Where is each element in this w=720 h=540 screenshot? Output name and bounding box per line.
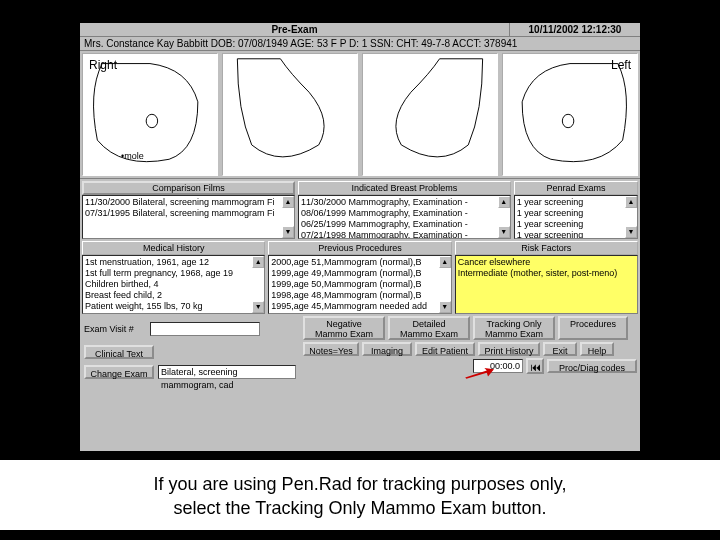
- comparison-films-list[interactable]: 11/30/2000 Bilateral, screening mammogra…: [82, 195, 295, 239]
- mole-annotation: •mole: [121, 151, 144, 161]
- scroll-up-icon[interactable]: ▲: [439, 256, 451, 268]
- window-datetime: 10/11/2002 12:12:30: [510, 23, 640, 36]
- action-area: Exam Visit # Clinical Text Change Exam B…: [80, 314, 640, 384]
- scroll-down-icon[interactable]: ▼: [625, 226, 637, 238]
- list-item: 1995,age 45,Mammogram needed add: [271, 301, 448, 312]
- scroll-up-icon[interactable]: ▲: [282, 196, 294, 208]
- svg-point-0: [146, 114, 157, 127]
- list-item: Breast feed child, 2: [85, 290, 262, 301]
- left-fields: Exam Visit # Clinical Text Change Exam B…: [80, 314, 300, 384]
- list-item: 07/31/1995 Bilateral, screening mammogra…: [85, 208, 292, 219]
- list-item: Children birthed, 4: [85, 279, 262, 290]
- window-title: Pre-Exam: [80, 23, 510, 36]
- list-item: 07/21/1998 Mammography, Examination -: [301, 230, 508, 239]
- exam-visit-label: Exam Visit #: [84, 324, 146, 334]
- caption-line-2: select the Tracking Only Mammo Exam butt…: [0, 496, 720, 520]
- list-item: 1 year screening: [517, 230, 635, 239]
- penrad-exams-list[interactable]: 1 year screening 1 year screening 1 year…: [514, 195, 638, 239]
- svg-point-1: [562, 114, 573, 127]
- scroll-up-icon[interactable]: ▲: [625, 196, 637, 208]
- right-breast-cc[interactable]: Right •mole: [82, 53, 218, 176]
- change-exam-value[interactable]: Bilateral, screening mammogram, cad: [158, 365, 296, 379]
- previous-procedures-list[interactable]: 2000,age 51,Mammogram (normal),B 1999,ag…: [268, 255, 451, 314]
- scroll-down-icon[interactable]: ▼: [252, 301, 264, 313]
- print-history-button[interactable]: Print History: [478, 342, 540, 356]
- breast-diagram-panel: Right •mole Left: [80, 51, 640, 179]
- risk-factors-list[interactable]: Cancer elsewhere Intermediate (mother, s…: [455, 255, 638, 314]
- tracking-only-mammo-button[interactable]: Tracking Only Mammo Exam: [473, 316, 555, 340]
- notes-button[interactable]: Notes=Yes: [303, 342, 359, 356]
- penrad-exams-header[interactable]: Penrad Exams: [514, 181, 638, 195]
- left-breast-mlo[interactable]: [362, 53, 498, 176]
- list-item: 2000,age 51,Mammogram (normal),B: [271, 257, 448, 268]
- change-exam-button[interactable]: Change Exam: [84, 365, 154, 379]
- clinical-text-button[interactable]: Clinical Text: [84, 345, 154, 359]
- list-item: 1 year screening: [517, 197, 635, 208]
- comparison-films-header[interactable]: Comparison Films: [82, 181, 295, 195]
- breast-outline-icon: [83, 54, 217, 173]
- breast-outline-icon: [223, 54, 357, 173]
- list-item: 11/30/2000 Bilateral, screening mammogra…: [85, 197, 292, 208]
- scroll-down-icon[interactable]: ▼: [498, 226, 510, 238]
- list-item: 1 year screening: [517, 208, 635, 219]
- exit-button[interactable]: Exit: [543, 342, 577, 356]
- scroll-down-icon[interactable]: ▼: [439, 301, 451, 313]
- rewind-button[interactable]: ⏮: [526, 358, 544, 374]
- right-buttons: Negative Mammo Exam Detailed Mammo Exam …: [300, 314, 640, 384]
- medical-history-list[interactable]: 1st menstruation, 1961, age 12 1st full …: [82, 255, 265, 314]
- history-row-1: Comparison Films 11/30/2000 Bilateral, s…: [80, 179, 640, 239]
- list-item: 06/25/1999 Mammography, Examination -: [301, 219, 508, 230]
- medical-history-header[interactable]: Medical History: [82, 241, 265, 255]
- list-item: 1999,age 50,Mammogram (normal),B: [271, 279, 448, 290]
- procedures-button[interactable]: Procedures: [558, 316, 628, 340]
- list-item: 1 year screening: [517, 219, 635, 230]
- history-row-2: Medical History 1st menstruation, 1961, …: [80, 239, 640, 314]
- caption-line-1: If you are using Pen.Rad for tracking pu…: [0, 472, 720, 496]
- list-item: Intermediate (mother, sister, post-meno): [458, 268, 635, 279]
- timer-display: 00:00.0: [473, 359, 523, 373]
- list-item: 1998,age 48,Mammogram (normal),B: [271, 290, 448, 301]
- list-item: 08/06/1999 Mammography, Examination -: [301, 208, 508, 219]
- list-item: 11/30/2000 Mammography, Examination -: [301, 197, 508, 208]
- imaging-button[interactable]: Imaging: [362, 342, 412, 356]
- edit-patient-button[interactable]: Edit Patient: [415, 342, 475, 356]
- detailed-mammo-button[interactable]: Detailed Mammo Exam: [388, 316, 470, 340]
- left-breast-cc[interactable]: Left: [502, 53, 638, 176]
- list-item: 1999,age 49,Mammogram (normal),B: [271, 268, 448, 279]
- indicated-problems-list[interactable]: 11/30/2000 Mammography, Examination - 08…: [298, 195, 511, 239]
- help-button[interactable]: Help: [580, 342, 614, 356]
- proc-diag-codes-button[interactable]: Proc/Diag codes: [547, 359, 637, 373]
- titlebar: Pre-Exam 10/11/2002 12:12:30: [80, 23, 640, 37]
- scroll-down-icon[interactable]: ▼: [282, 226, 294, 238]
- scroll-up-icon[interactable]: ▲: [498, 196, 510, 208]
- scroll-up-icon[interactable]: ▲: [252, 256, 264, 268]
- exam-visit-input[interactable]: [150, 322, 260, 336]
- list-item: Patient weight, 155 lbs, 70 kg: [85, 301, 262, 312]
- list-item: Cancer elsewhere: [458, 257, 635, 268]
- negative-mammo-button[interactable]: Negative Mammo Exam: [303, 316, 385, 340]
- list-item: Patient height, 5'-6", 167 cm: [85, 312, 262, 314]
- slide-caption: If you are using Pen.Rad for tracking pu…: [0, 472, 720, 520]
- previous-procedures-header[interactable]: Previous Procedures: [268, 241, 451, 255]
- indicated-problems-header[interactable]: Indicated Breast Problems: [298, 181, 511, 195]
- pre-exam-window: Pre-Exam 10/11/2002 12:12:30 Mrs. Consta…: [79, 22, 641, 452]
- patient-info: Mrs. Constance Kay Babbitt DOB: 07/08/19…: [80, 37, 640, 51]
- list-item: 1st menstruation, 1961, age 12: [85, 257, 262, 268]
- breast-outline-icon: [503, 54, 637, 173]
- risk-factors-header[interactable]: Risk Factors: [455, 241, 638, 255]
- list-item: 1st full term pregnancy, 1968, age 19: [85, 268, 262, 279]
- breast-outline-icon: [363, 54, 497, 173]
- right-breast-mlo[interactable]: [222, 53, 358, 176]
